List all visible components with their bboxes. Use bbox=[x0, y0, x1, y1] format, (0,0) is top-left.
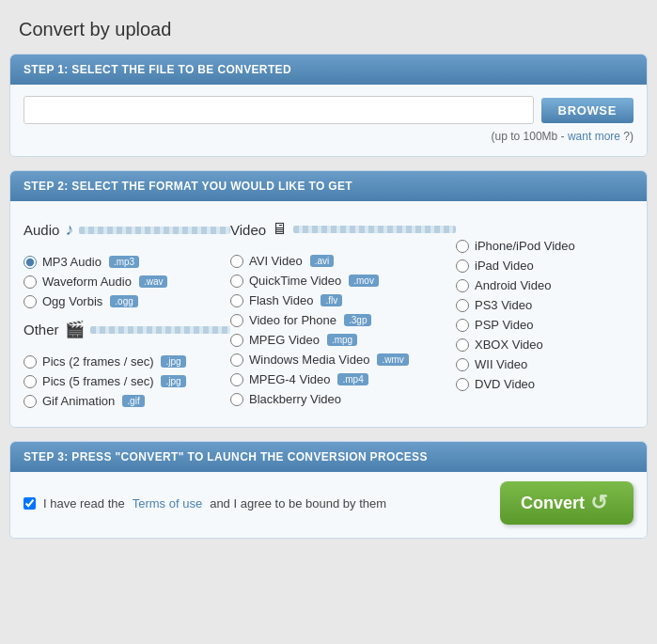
terms-text: I have read the bbox=[43, 496, 125, 510]
video-format-mp4[interactable]: MPEG-4 Video .mp4 bbox=[230, 372, 456, 386]
other-format-jpg5[interactable]: Pics (5 frames / sec) .jpg bbox=[23, 374, 230, 388]
video-format-xbox[interactable]: XBOX Video bbox=[456, 338, 648, 352]
audio-label: Audio ♪ bbox=[23, 220, 73, 240]
step3-content: I have read the Terms of use and I agree… bbox=[10, 472, 647, 538]
video-format-ps3[interactable]: PS3 Video bbox=[456, 298, 648, 312]
audio-mp3-label: MP3 Audio bbox=[42, 255, 102, 269]
video-format-mov[interactable]: QuickTime Video .mov bbox=[230, 274, 456, 288]
video-format-ipad[interactable]: iPad Video bbox=[456, 259, 648, 273]
other-header: Other 🎬 bbox=[23, 320, 230, 347]
video-mp4-tag: .mp4 bbox=[337, 373, 368, 385]
file-input-row: BROWSE bbox=[23, 96, 634, 124]
video-ipad-label: iPad Video bbox=[475, 259, 534, 273]
video-iphone-label: iPhone/iPod Video bbox=[475, 239, 575, 253]
other-label: Other 🎬 bbox=[23, 320, 85, 339]
video-label: Video 🖥 bbox=[230, 220, 288, 239]
size-note-text: (up to 100Mb - bbox=[492, 130, 568, 143]
browse-button[interactable]: BROWSE bbox=[541, 98, 634, 123]
terms-row: I have read the Terms of use and I agree… bbox=[23, 496, 386, 510]
video-format-mpg[interactable]: MPEG Video .mpg bbox=[230, 333, 456, 347]
other-divider bbox=[90, 326, 230, 334]
step1-content: BROWSE (up to 100Mb - want more ?) bbox=[10, 85, 647, 156]
other-jpg5-tag: .jpg bbox=[161, 375, 185, 387]
video-column-2: iPhone/iPod Video iPad Video Android Vid… bbox=[456, 211, 648, 414]
monitor-icon: 🖥 bbox=[272, 220, 288, 239]
audio-format-ogg[interactable]: Ogg Vorbis .ogg bbox=[23, 294, 230, 308]
step2-section: STEP 2: SELECT THE FORMAT YOU WOULD LIKE… bbox=[9, 170, 648, 428]
audio-divider bbox=[79, 227, 230, 234]
video-format-flv[interactable]: Flash Video .flv bbox=[230, 293, 456, 307]
step3-header: STEP 3: PRESS "CONVERT" TO LAUNCH THE CO… bbox=[10, 442, 647, 472]
video-psp-label: PSP Video bbox=[475, 318, 533, 332]
audio-ogg-tag: .ogg bbox=[110, 295, 137, 307]
other-gif-tag: .gif bbox=[122, 395, 144, 407]
video-3gp-tag: .3gp bbox=[344, 314, 371, 326]
video-format-wii[interactable]: WII Video bbox=[456, 357, 648, 371]
step1-header: STEP 1: SELECT THE FILE TO BE CONVERTED bbox=[10, 55, 647, 85]
terms-checkbox[interactable] bbox=[23, 497, 36, 510]
video-divider bbox=[293, 226, 456, 233]
audio-header: Audio ♪ bbox=[23, 220, 230, 247]
video-format-wmv[interactable]: Windows Media Video .wmv bbox=[230, 353, 456, 367]
video-xbox-label: XBOX Video bbox=[475, 338, 543, 352]
step2-content: Audio ♪ MP3 Audio .mp3 Waveform Audio .w… bbox=[10, 201, 647, 427]
video-column-1: Video 🖥 AVI Video .avi QuickTime Video .… bbox=[230, 211, 456, 414]
page-title: Convert by upload bbox=[19, 19, 648, 40]
video-mp4-label: MPEG-4 Video bbox=[249, 372, 330, 386]
step3-section: STEP 3: PRESS "CONVERT" TO LAUNCH THE CO… bbox=[9, 441, 648, 539]
video-format-iphone[interactable]: iPhone/iPod Video bbox=[456, 239, 648, 253]
step1-section: STEP 1: SELECT THE FILE TO BE CONVERTED … bbox=[9, 54, 648, 157]
audio-ogg-label: Ogg Vorbis bbox=[42, 294, 102, 308]
video-mov-label: QuickTime Video bbox=[249, 274, 341, 288]
video-mpg-tag: .mpg bbox=[327, 334, 357, 346]
file-input-box[interactable] bbox=[23, 96, 534, 124]
video-header: Video 🖥 bbox=[230, 220, 456, 246]
convert-arrow-icon: ↺ bbox=[590, 491, 607, 515]
audio-column: Audio ♪ MP3 Audio .mp3 Waveform Audio .w… bbox=[23, 211, 230, 414]
other-jpg2-label: Pics (2 frames / sec) bbox=[42, 354, 153, 369]
other-format-jpg2[interactable]: Pics (2 frames / sec) .jpg bbox=[23, 354, 230, 369]
video-format-dvd[interactable]: DVD Video bbox=[456, 377, 648, 391]
other-format-gif[interactable]: Gif Animation .gif bbox=[23, 394, 230, 408]
video-dvd-label: DVD Video bbox=[475, 377, 535, 391]
video-blackberry-label: Blackberry Video bbox=[249, 392, 341, 406]
size-note-end: ?) bbox=[620, 130, 634, 143]
convert-label: Convert bbox=[521, 494, 585, 513]
film-icon: 🎬 bbox=[65, 320, 85, 339]
terms-link[interactable]: Terms of use bbox=[133, 496, 202, 510]
video-android-label: Android Video bbox=[475, 278, 551, 292]
video-wii-label: WII Video bbox=[475, 357, 527, 371]
video-format-android[interactable]: Android Video bbox=[456, 278, 648, 292]
music-icon: ♪ bbox=[65, 220, 73, 240]
audio-wav-tag: .wav bbox=[139, 275, 168, 288]
size-note: (up to 100Mb - want more ?) bbox=[23, 130, 634, 143]
video-mov-tag: .mov bbox=[349, 275, 379, 287]
video-avi-label: AVI Video bbox=[249, 254, 303, 268]
video-wmv-tag: .wmv bbox=[377, 353, 408, 366]
video-mpg-label: MPEG Video bbox=[249, 333, 320, 347]
step2-header: STEP 2: SELECT THE FORMAT YOU WOULD LIKE… bbox=[10, 171, 647, 201]
video-format-avi[interactable]: AVI Video .avi bbox=[230, 254, 456, 268]
audio-format-mp3[interactable]: MP3 Audio .mp3 bbox=[23, 255, 230, 269]
video-format-3gp[interactable]: Video for Phone .3gp bbox=[230, 313, 456, 327]
other-jpg2-tag: .jpg bbox=[161, 355, 185, 368]
video-flv-tag: .flv bbox=[321, 294, 342, 306]
video-avi-tag: .avi bbox=[310, 255, 335, 267]
convert-button[interactable]: Convert ↺ bbox=[500, 481, 634, 525]
other-jpg5-label: Pics (5 frames / sec) bbox=[42, 374, 153, 388]
audio-mp3-tag: .mp3 bbox=[109, 256, 139, 268]
video-format-blackberry[interactable]: Blackberry Video bbox=[230, 392, 456, 406]
video-wmv-label: Windows Media Video bbox=[249, 353, 369, 367]
video-format-psp[interactable]: PSP Video bbox=[456, 318, 648, 332]
terms-text2: and I agree to be bound by them bbox=[210, 496, 386, 510]
want-more-link[interactable]: want more bbox=[568, 130, 620, 143]
audio-wav-label: Waveform Audio bbox=[42, 275, 132, 289]
audio-format-wav[interactable]: Waveform Audio .wav bbox=[23, 275, 230, 289]
video-3gp-label: Video for Phone bbox=[249, 313, 336, 327]
video-flv-label: Flash Video bbox=[249, 293, 313, 307]
video-ps3-label: PS3 Video bbox=[475, 298, 532, 312]
other-gif-label: Gif Animation bbox=[42, 394, 115, 408]
